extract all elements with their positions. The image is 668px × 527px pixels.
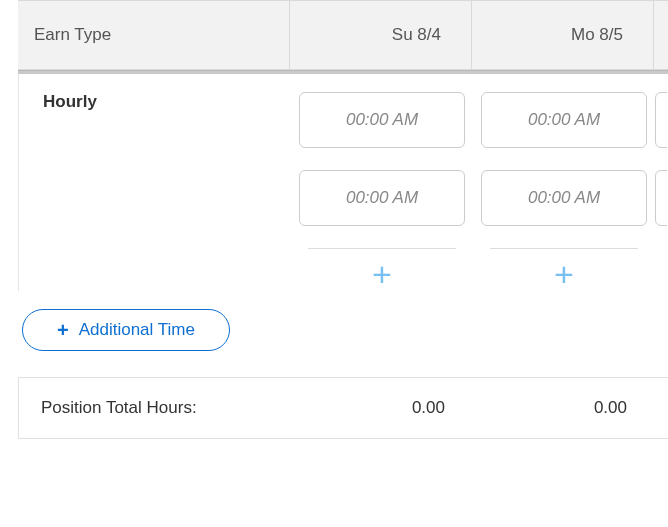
position-total-day1: 0.00 <box>473 398 655 418</box>
add-time-entry-day1[interactable]: + <box>554 257 574 291</box>
day1-divider <box>490 248 638 249</box>
time-in-input-day0[interactable] <box>299 92 465 148</box>
position-total-day0: 0.00 <box>291 398 473 418</box>
header-day-0: Su 8/4 <box>290 1 472 69</box>
day0-divider <box>308 248 456 249</box>
earn-type-label: Hourly <box>19 92 291 291</box>
add-time-entry-day0[interactable]: + <box>372 257 392 291</box>
additional-time-button[interactable]: + Additional Time <box>22 309 230 351</box>
timesheet-header-row: Earn Type Su 8/4 Mo 8/5 <box>18 0 668 70</box>
time-in-input-day2-partial[interactable] <box>655 92 667 148</box>
plus-icon: + <box>57 320 69 340</box>
time-in-input-day1[interactable] <box>481 92 647 148</box>
header-day-1: Mo 8/5 <box>472 1 654 69</box>
time-out-input-day1[interactable] <box>481 170 647 226</box>
timesheet-body-row: Hourly + + <box>18 74 668 291</box>
header-earn-type: Earn Type <box>18 1 290 69</box>
position-total-label: Position Total Hours: <box>19 398 291 418</box>
day-column-1: + <box>473 92 655 291</box>
additional-time-label: Additional Time <box>79 320 195 340</box>
time-out-input-day0[interactable] <box>299 170 465 226</box>
day-column-0: + <box>291 92 473 291</box>
position-total-row: Position Total Hours: 0.00 0.00 <box>18 377 668 439</box>
time-out-input-day2-partial[interactable] <box>655 170 667 226</box>
day-column-2-partial <box>655 92 667 291</box>
